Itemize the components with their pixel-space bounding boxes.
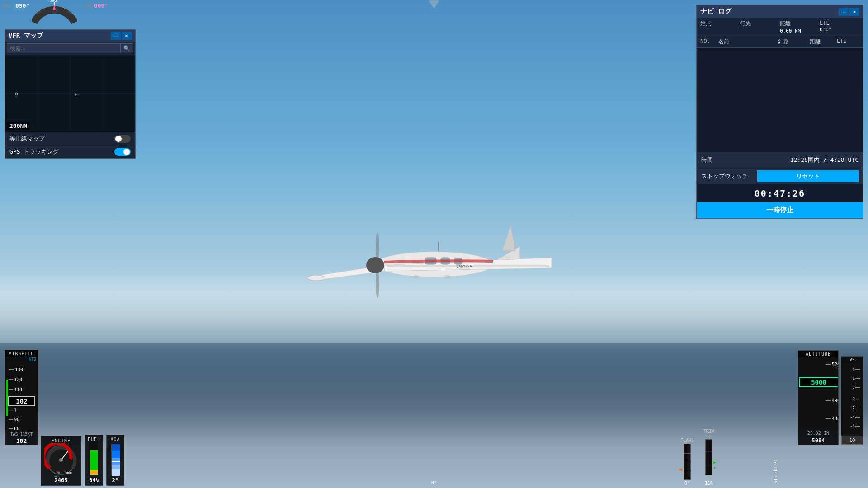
navilog-minimize-button[interactable]: —: [839, 8, 849, 16]
engine-gauge-area: LVR 86% 3000: [44, 443, 78, 477]
airspeed-tas-label: TAS 115KT: [5, 432, 38, 437]
sub-col2: 名前: [718, 38, 778, 46]
vfr-search-bar: 🔍: [5, 42, 135, 55]
vfr-map-panel: VFR マップ — × 🔍 ✈ × 200NM 等圧線マップ: [5, 29, 136, 159]
navilog-title: ナビ ログ: [700, 7, 731, 16]
pause-button[interactable]: 一時停止: [697, 202, 863, 218]
flaps-arrow-icon: ◄: [679, 465, 682, 473]
altitude-scale: 5200 5000 5000 4900 4800: [798, 357, 838, 430]
stopwatch-row: ストップウォッチ リセット: [697, 168, 863, 184]
hdg-label: HDG: [2, 3, 11, 9]
svg-rect-33: [6, 380, 8, 416]
trim-title: TRIM: [703, 429, 714, 434]
reset-button[interactable]: リセット: [757, 170, 859, 182]
cloud-layer: [0, 352, 868, 488]
trim-value: 11%: [703, 481, 714, 486]
trim-to-pointer-icon: ►: [714, 465, 717, 470]
svg-rect-57: [112, 465, 120, 469]
vfr-search-input[interactable]: [7, 43, 120, 53]
svg-text:LVR: LVR: [54, 471, 60, 475]
vfr-search-button[interactable]: 🔍: [120, 43, 133, 53]
isobar-toggle-label: 等圧線マップ: [9, 135, 45, 143]
flaps-value: 0°: [680, 481, 694, 486]
hdg-value: 096°: [15, 2, 29, 9]
svg-point-50: [59, 458, 63, 462]
gps-toggle-label: GPS トラッキング: [9, 148, 59, 156]
hdg-area: HDG 096°: [2, 2, 29, 9]
svg-text:4900: 4900: [832, 398, 838, 403]
svg-text:-2: -2: [850, 406, 855, 410]
svg-point-24: [366, 257, 384, 273]
svg-point-22: [444, 275, 451, 279]
fuel-instrument: FUEL 84%: [85, 435, 103, 486]
vfr-toggles: 等圧線マップ GPS トラッキング: [5, 132, 135, 158]
svg-text:102: 102: [16, 398, 27, 405]
navilog-sub-header: NO. 名前 針路 距離 ETE: [697, 36, 863, 48]
svg-point-20: [376, 271, 379, 298]
aoa-title: AOA: [108, 437, 122, 442]
svg-rect-55: [112, 451, 120, 458]
vs-scale: 6 4 2 0 -2 -4 -6: [841, 363, 863, 435]
vs-value-button[interactable]: 10: [841, 436, 863, 445]
vfr-minimize-button[interactable]: —: [111, 32, 121, 40]
sub-col5: ETE: [837, 38, 859, 46]
aoa-value: 2°: [108, 477, 122, 483]
airspeed-title: AIRSPEED: [5, 350, 38, 357]
engine-instrument: ENGINE LVR 86% 3000 2465: [41, 436, 81, 486]
engine-gauge-svg: LVR 86% 3000: [44, 443, 78, 477]
svg-text:4800: 4800: [832, 416, 838, 421]
navilog-content: [697, 48, 863, 152]
svg-text:110: 110: [14, 387, 22, 392]
vfr-map-area[interactable]: ✈ × 200NM: [5, 55, 135, 132]
sub-col3: 針路: [778, 38, 810, 46]
svg-point-13: [307, 275, 326, 281]
fuel-title: FUEL: [87, 437, 101, 442]
time-label: 時間: [701, 156, 713, 164]
navilog-panel: ナビ ログ — × 始点 行先 距離 0.00 NM ETE 0'0" NO. …: [696, 5, 863, 219]
fuel-bar-green: [90, 450, 98, 470]
trim-bar: ► ►: [705, 439, 712, 475]
bottom-degree-area: 0°: [431, 480, 437, 486]
svg-text:130: 130: [15, 367, 23, 372]
bottom-degree: 0°: [431, 480, 437, 486]
navilog-close-button[interactable]: ×: [849, 8, 859, 16]
vs-scale-svg: 6 4 2 0 -2 -4 -6: [841, 363, 863, 435]
altitude-title: ALTITUDE: [798, 351, 838, 357]
navilog-col2: 行先: [740, 20, 780, 34]
svg-text:✈: ✈: [75, 92, 77, 97]
svg-marker-0: [429, 1, 439, 8]
trim-dn-label: DN: [703, 435, 714, 439]
svg-text:6: 6: [853, 367, 855, 372]
aoa-bar: [111, 444, 119, 475]
gps-toggle[interactable]: [114, 148, 131, 156]
flaps-indicator: FLAPS ◄ 0°: [680, 438, 694, 486]
time-value: 12:28国内 / 4:28 UTC: [790, 156, 859, 164]
svg-text:80: 80: [14, 426, 19, 431]
svg-text:-4: -4: [850, 415, 855, 419]
to-up-label: To UP 119: [773, 459, 778, 483]
engine-title: ENGINE: [43, 438, 79, 443]
isobar-knob: [115, 136, 122, 142]
isobar-toggle[interactable]: [114, 135, 131, 143]
compass-arc: 096°: [32, 0, 77, 25]
vfr-controls: — ×: [111, 32, 132, 40]
aoa-scale-svg: [112, 444, 120, 476]
navilog-titlebar: ナビ ログ — ×: [697, 5, 863, 18]
trim-indicator: TRIM DN ► ► TO 11%: [703, 429, 714, 486]
navilog-col4: ETE 0'0": [820, 20, 859, 34]
flaps-bar: ◄: [684, 444, 691, 480]
vfr-close-button[interactable]: ×: [122, 32, 132, 40]
svg-text:3000: 3000: [64, 471, 72, 475]
gps-toggle-row: GPS トラッキング: [5, 145, 135, 158]
navilog-col3: 距離 0.00 NM: [780, 20, 820, 34]
vfr-title: VFR マップ: [9, 32, 43, 40]
crs-label: CRS: [84, 3, 93, 9]
svg-text:096°: 096°: [49, 0, 59, 3]
top-center-indicator: [425, 0, 443, 10]
vfr-zoom-label: 200NM: [7, 122, 30, 130]
svg-text:5000: 5000: [811, 379, 826, 386]
svg-text:120: 120: [14, 377, 22, 382]
altitude-bottom-val: 5084: [798, 436, 838, 445]
trim-pointer-icon: ►: [713, 459, 717, 465]
fuel-bar: [90, 444, 98, 475]
